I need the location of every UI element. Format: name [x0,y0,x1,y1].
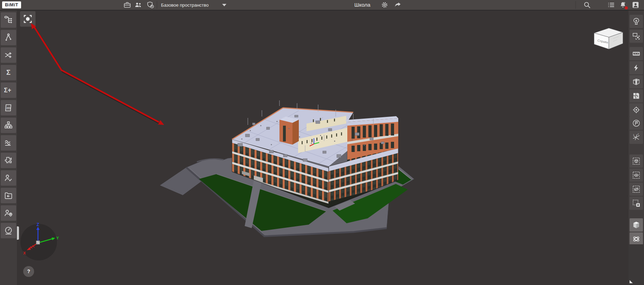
panel-resize-handle[interactable] [630,280,633,283]
waves-icon [4,138,13,148]
sigma-plus-icon [4,85,13,95]
tool-orbit-mode[interactable] [630,232,643,246]
collaboration-button[interactable] [134,1,142,9]
tool-axes-grid[interactable] [630,131,643,144]
floorplan-icon [632,91,641,100]
pick-element-button[interactable] [20,11,36,27]
cube-icon [632,220,641,230]
view-cube[interactable]: Справа [593,26,625,51]
tool-section[interactable] [630,75,643,88]
ruler-icon [632,49,641,58]
tool-2d-documents[interactable] [1,100,16,115]
person-pin-icon [4,208,13,218]
workspace-selector[interactable]: Базовое пространство [159,0,228,10]
tool-classification[interactable] [1,118,16,133]
building-model-render [0,0,644,285]
3d-viewport[interactable]: Справа Z Y X ? [0,0,644,285]
puzzle-icon [4,155,13,165]
tool-focus[interactable] [630,103,643,117]
gauge-icon [4,226,13,236]
orbit-icon [632,234,641,244]
right-toolbar [629,11,644,285]
tool-measure[interactable] [630,47,643,60]
toolbar-divider [157,1,157,9]
tool-flags[interactable] [630,117,643,130]
tool-clear-selection[interactable] [630,197,643,210]
sigma-icon [4,68,13,78]
tool-model-structure[interactable] [1,12,16,28]
tool-relations[interactable] [1,47,16,63]
person-check-icon [4,173,13,183]
list-icon [607,1,616,9]
axis-lines-icon [632,133,641,142]
tool-user-locations[interactable] [1,205,16,221]
left-toolbar [0,11,17,285]
tool-analytics[interactable] [1,135,16,151]
tool-plugins[interactable] [1,153,16,168]
flag-icon [632,119,641,128]
tool-solid-view[interactable] [630,218,643,232]
settings-button[interactable] [380,1,389,9]
gizmo-y-label: Y [56,236,59,240]
tree-icon [4,15,13,25]
toolbar-divider [575,1,576,9]
workspace-selector-value: Базовое пространство [161,2,209,8]
folder-arrow-icon [4,191,13,200]
target-icon [632,105,641,114]
share-button[interactable] [394,1,402,9]
tool-isolate[interactable] [630,154,643,168]
briefcase-icon [123,1,131,9]
tool-clash[interactable] [630,61,643,74]
help-button[interactable]: ? [23,266,34,277]
isolate-cube-icon [632,157,641,166]
users-icon [134,1,142,9]
top-bar: BiMiT Базовое пространство Школа [0,0,644,11]
tool-totals[interactable] [1,65,16,80]
flash-icon [632,63,641,72]
gizmo-z-label: Z [37,222,39,227]
notification-badge [624,6,628,10]
clear-x-icon [632,199,641,208]
tool-shared-folder[interactable] [1,188,16,203]
notifications-button[interactable] [619,1,627,9]
tool-floorplan[interactable] [630,89,643,102]
share-icon [394,1,402,9]
foliage-tree-icon [632,17,641,26]
section-cube-icon [632,77,641,86]
search-icon [583,1,591,9]
search-button[interactable] [583,1,591,9]
gizmo-x-label: X [23,251,26,255]
tool-show-selected[interactable] [630,168,643,182]
tool-hide-selected[interactable] [630,183,643,196]
2d-icon [4,103,13,113]
select-hexagon-icon [632,32,641,41]
tool-dependencies[interactable] [1,30,16,45]
project-title: Школа [354,0,371,10]
gear-icon [380,1,389,9]
chevron-down-icon [222,4,226,6]
eye-icon [632,171,641,180]
tool-approvals[interactable] [1,170,16,186]
app-logo: BiMiT [2,1,21,8]
shuffle-icon [4,50,13,60]
eye-off-icon [632,185,641,194]
projects-button[interactable] [123,1,131,9]
list-menu-button[interactable] [607,1,616,9]
hexagon-select-icon [22,13,33,25]
tool-dashboard[interactable] [1,223,16,238]
right-side-panel [629,244,644,285]
panel-grip-handle[interactable] [17,226,19,240]
avatar-icon [631,1,640,9]
shield-clock-icon [146,1,155,9]
tool-totals-add[interactable] [1,82,16,98]
axis-gizmo[interactable]: Z Y X [18,221,60,263]
tool-environment[interactable] [630,15,643,28]
account-button[interactable] [631,1,640,9]
protection-history-button[interactable] [146,1,155,9]
tool-selection-frame[interactable] [630,29,643,43]
org-chart-icon [4,120,13,130]
branch-icon [4,33,13,42]
